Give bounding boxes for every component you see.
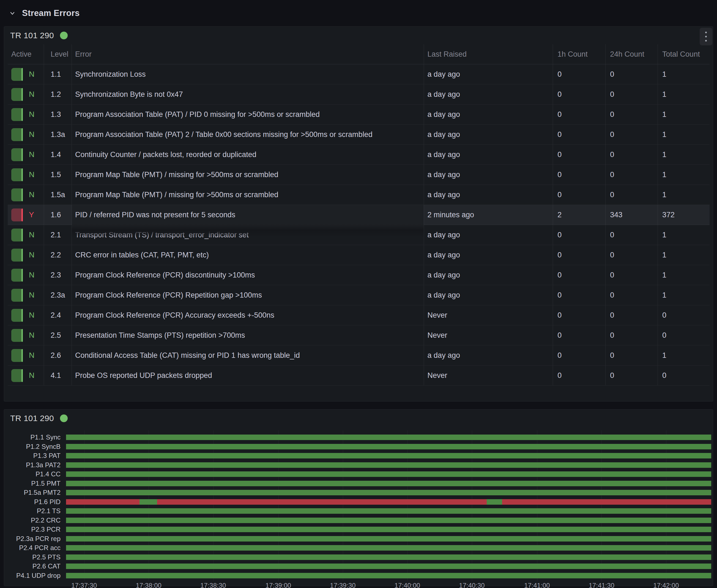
timeline-segment-ok[interactable] (66, 508, 711, 514)
state-timeline-chart: P1.1 SyncP1.2 SyncBP1.3 PATP1.3a PAT2P1.… (4, 433, 713, 588)
timeline-segment-ok[interactable] (66, 573, 711, 579)
timeline-segment-ok[interactable] (66, 545, 711, 551)
timeline-segment-ok[interactable] (66, 453, 711, 459)
timeline-segment-ok[interactable] (66, 554, 711, 560)
timeline-row: P1.5a PMT2 (4, 488, 713, 497)
table-row[interactable]: N1.3aProgram Association Table (PAT) 2 /… (8, 125, 710, 145)
timeline-row-label: P1.1 Sync (4, 433, 61, 442)
timeline-segment-ok[interactable] (140, 499, 157, 505)
column-header-total-count[interactable]: Total Count (658, 44, 710, 64)
count-24h-cell: 0 (605, 64, 658, 84)
timeline-row-label: P2.2 CRC (4, 516, 61, 525)
column-header-active[interactable]: Active (8, 44, 44, 64)
section-row-stream-errors[interactable]: Stream Errors (0, 0, 717, 26)
timeline-segment-ok[interactable] (66, 536, 711, 542)
timeline-segment-error[interactable] (66, 499, 140, 505)
timeline-segment-ok[interactable] (66, 481, 711, 486)
timeline-row-label: P2.1 TS (4, 506, 61, 516)
count-24h-cell: 0 (605, 125, 658, 144)
timeline-segment-error[interactable] (502, 499, 711, 505)
timeline-segment-ok[interactable] (66, 444, 711, 449)
table-row[interactable]: N2.5Presentation Time Stamps (PTS) repet… (8, 326, 710, 345)
timeline-segment-ok[interactable] (66, 435, 711, 440)
level-cell: 1.5 (44, 165, 71, 185)
column-header-last-raised[interactable]: Last Raised (424, 44, 553, 64)
timeline-row: P1.1 Sync (4, 433, 713, 442)
panel-title[interactable]: TR 101 290 (10, 31, 54, 40)
last-raised-cell: a day ago (424, 345, 553, 365)
errors-table: Active Level Error Last Raised 1h Count … (8, 44, 710, 385)
last-raised-cell: a day ago (424, 165, 553, 185)
column-header-24h-count[interactable]: 24h Count (605, 44, 658, 64)
column-header-1h-count[interactable]: 1h Count (553, 44, 605, 64)
level-cell: 1.6 (44, 205, 71, 225)
table-row[interactable]: N1.2Synchronization Byte is not 0x47a da… (8, 84, 710, 105)
error-cell: CRC error in tables (CAT, PAT, PMT, etc) (71, 245, 424, 265)
panel-menu-button[interactable] (700, 28, 712, 45)
timeline-segment-ok[interactable] (66, 462, 711, 468)
active-led (11, 229, 23, 241)
table-row[interactable]: N1.1Synchronization Lossa day ago001 (8, 64, 710, 84)
error-text: Program Association Table (PAT) 2 / Tabl… (75, 130, 372, 139)
last-raised-cell: a day ago (424, 125, 553, 144)
active-flag: N (29, 251, 34, 259)
error-text: Program Association Table (PAT) / PID 0 … (75, 110, 320, 119)
table-row[interactable]: N2.4Program Clock Reference (PCR) Accura… (8, 305, 710, 326)
column-header-error[interactable]: Error (71, 44, 424, 64)
timeline-segment-ok[interactable] (66, 564, 711, 569)
last-raised-cell: a day ago (424, 145, 553, 165)
error-cell: Program Association Table (PAT) / PID 0 … (71, 105, 424, 124)
timeline-segment-ok[interactable] (66, 518, 711, 523)
timeline-row-label: P1.2 SyncB (4, 442, 61, 451)
active-led (11, 188, 23, 201)
table-row[interactable]: N1.5aProgram Map Table (PMT) / missing f… (8, 185, 710, 205)
column-header-level[interactable]: Level (44, 44, 71, 64)
timeline-segment-ok[interactable] (66, 471, 711, 477)
timeline-track (66, 499, 711, 505)
error-cell[interactable]: PID / referred PID was not present for 5… (71, 205, 424, 225)
panel-title[interactable]: TR 101 290 (10, 414, 54, 423)
table-row[interactable]: N2.2CRC error in tables (CAT, PAT, PMT, … (8, 245, 710, 265)
count-total-cell: 1 (658, 285, 710, 305)
chevron-down-icon (9, 9, 16, 17)
table-row[interactable]: N1.4Continuity Counter / packets lost, r… (8, 145, 710, 165)
table-row[interactable]: N2.3Program Clock Reference (PCR) discon… (8, 265, 710, 285)
count-1h-cell: 0 (553, 64, 605, 84)
count-1h-cell: 0 (553, 285, 605, 305)
active-cell: N (8, 185, 44, 205)
active-cell: N (8, 265, 44, 285)
active-led (11, 168, 23, 181)
timeline-segment-error[interactable] (157, 499, 487, 505)
level-cell: 2.5 (44, 326, 71, 345)
active-flag: N (29, 331, 34, 340)
timeline-row-label: P1.5 PMT (4, 479, 61, 488)
status-ok-dot (60, 415, 68, 422)
table-row[interactable]: N1.5Program Map Table (PMT) / missing fo… (8, 165, 710, 185)
table-row[interactable]: N2.6Conditional Access Table (CAT) missi… (8, 345, 710, 365)
active-flag: N (29, 351, 34, 360)
count-total-cell: 1 (658, 64, 710, 84)
table-row[interactable]: N1.3Program Association Table (PAT) / PI… (8, 105, 710, 125)
level-cell: 1.4 (44, 145, 71, 165)
table-row[interactable]: N4.1Probe OS reported UDP packets droppe… (8, 365, 710, 385)
count-1h-cell: 0 (553, 365, 605, 385)
time-axis-label: 17:40:30 (459, 582, 485, 588)
timeline-segment-ok[interactable] (66, 490, 711, 495)
error-cell: Synchronization Byte is not 0x47 (71, 84, 424, 104)
active-led (11, 349, 23, 362)
table-row[interactable]: N2.3aProgram Clock Reference (PCR) Repet… (8, 285, 710, 305)
timeline-row-label: P1.6 PID (4, 497, 61, 507)
count-24h-cell: 0 (605, 84, 658, 104)
time-axis-label: 17:39:00 (266, 582, 291, 588)
count-24h-cell: 343 (605, 205, 658, 225)
error-cell: Program Clock Reference (PCR) discontinu… (71, 265, 424, 285)
active-flag: N (29, 190, 34, 199)
table-row[interactable]: Y1.6PID / referred PID was not present f… (8, 205, 710, 225)
last-raised-cell: a day ago (424, 265, 553, 285)
timeline-segment-ok[interactable] (487, 499, 502, 505)
timeline-segment-ok[interactable] (66, 527, 711, 532)
active-flag: N (29, 230, 34, 239)
count-total-cell: 0 (658, 305, 710, 325)
active-flag: N (29, 150, 34, 159)
active-cell: N (8, 125, 44, 144)
